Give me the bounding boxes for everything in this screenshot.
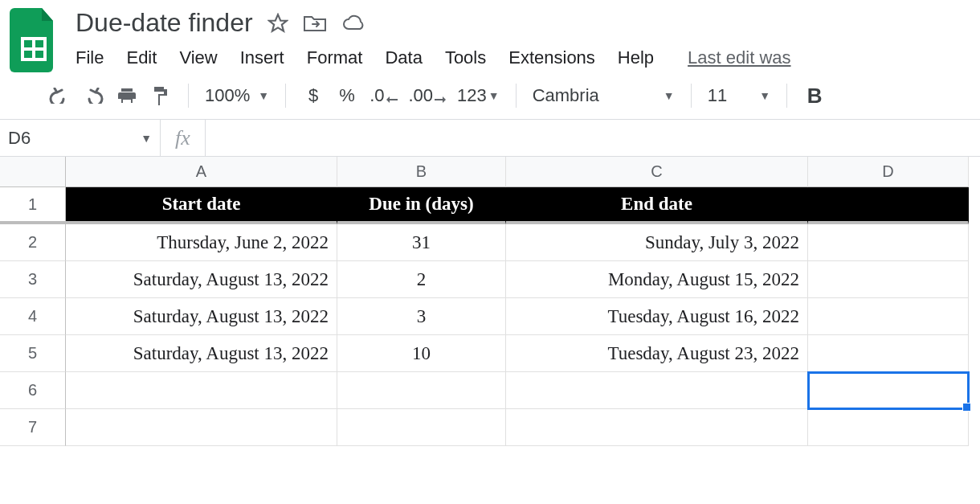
cell[interactable]: 2 — [337, 261, 506, 298]
currency-button[interactable]: $ — [302, 84, 325, 108]
font-size-value: 11 — [708, 85, 727, 106]
dropdown-caret-icon: ▼ — [664, 89, 675, 102]
app-header: Due-date finder File Edit View — [0, 0, 980, 72]
cell[interactable]: 3 — [337, 298, 506, 335]
cell-selected[interactable] — [808, 372, 969, 409]
toolbar-separator — [786, 84, 787, 108]
document-title[interactable]: Due-date finder — [76, 8, 253, 38]
table-row: Thursday, June 2, 2022 31 Sunday, July 3… — [66, 224, 980, 261]
cell[interactable] — [66, 409, 337, 446]
cell[interactable]: Tuesday, August 16, 2022 — [506, 298, 808, 335]
menu-format[interactable]: Format — [307, 47, 363, 68]
cell[interactable]: Due in (days) — [337, 187, 506, 224]
column-header[interactable]: A — [66, 157, 337, 187]
row-number[interactable]: 6 — [0, 372, 66, 409]
cell[interactable]: Saturday, August 13, 2022 — [66, 298, 337, 335]
menu-edit[interactable]: Edit — [126, 47, 157, 68]
decrease-decimal-button[interactable]: .0 — [370, 84, 397, 108]
dropdown-caret-icon: ▼ — [141, 132, 152, 145]
menu-extensions[interactable]: Extensions — [508, 47, 595, 68]
title-row: Due-date finder — [76, 8, 791, 38]
cell[interactable]: Start date — [66, 187, 337, 224]
zoom-select[interactable]: 100% ▼ — [205, 85, 269, 106]
menu-tools[interactable]: Tools — [445, 47, 486, 68]
spreadsheet-grid: 1 2 3 4 5 6 7 A B C D Start date Due in … — [0, 157, 980, 446]
dropdown-caret-icon: ▼ — [759, 89, 770, 102]
row-number-gutter: 1 2 3 4 5 6 7 — [0, 157, 66, 446]
toolbar: 100% ▼ $ % .0 .00 123 ▼ Cambria ▼ 11 ▼ B — [0, 72, 980, 120]
font-family-select[interactable]: Cambria ▼ — [533, 85, 675, 106]
number-format-label: 123 — [457, 85, 487, 106]
toolbar-separator — [285, 84, 286, 108]
header-content: Due-date finder File Edit View — [76, 8, 791, 68]
cell[interactable]: 31 — [337, 224, 506, 261]
table-row: Saturday, August 13, 2022 10 Tuesday, Au… — [66, 335, 980, 372]
toolbar-separator — [188, 84, 189, 108]
name-box-value: D6 — [8, 128, 31, 149]
column-headers: A B C D — [66, 157, 980, 187]
move-icon[interactable] — [303, 14, 327, 33]
cell[interactable] — [337, 372, 506, 409]
zoom-value: 100% — [205, 85, 250, 106]
dropdown-caret-icon: ▼ — [488, 89, 500, 102]
cell[interactable] — [808, 409, 969, 446]
formula-input[interactable] — [206, 120, 980, 156]
decrease-decimal-label: .0 — [370, 85, 384, 106]
row-number[interactable]: 2 — [0, 224, 66, 261]
paint-format-icon[interactable] — [149, 84, 172, 108]
table-row — [66, 409, 980, 446]
cloud-status-icon[interactable] — [341, 14, 365, 32]
star-icon[interactable] — [267, 13, 288, 34]
cell[interactable] — [808, 224, 969, 261]
row-number[interactable]: 5 — [0, 335, 66, 372]
redo-icon[interactable] — [82, 84, 104, 108]
row-number[interactable]: 1 — [0, 187, 66, 224]
increase-decimal-button[interactable]: .00 — [409, 84, 447, 108]
table-row: Saturday, August 13, 2022 3 Tuesday, Aug… — [66, 298, 980, 335]
last-edit-link[interactable]: Last edit was — [688, 47, 790, 68]
cell[interactable]: Monday, August 15, 2022 — [506, 261, 808, 298]
cell[interactable] — [66, 372, 337, 409]
cell[interactable]: Saturday, August 13, 2022 — [66, 261, 337, 298]
menu-file[interactable]: File — [76, 47, 104, 68]
menu-view[interactable]: View — [179, 47, 217, 68]
undo-icon[interactable] — [48, 84, 71, 108]
font-size-select[interactable]: 11 ▼ — [708, 85, 770, 106]
row-number[interactable]: 7 — [0, 409, 66, 446]
row-number[interactable]: 3 — [0, 261, 66, 298]
cell[interactable]: 10 — [337, 335, 506, 372]
cell[interactable] — [506, 409, 808, 446]
cell[interactable] — [808, 187, 969, 224]
row-number[interactable]: 4 — [0, 298, 66, 335]
column-header[interactable]: D — [808, 157, 969, 187]
formula-bar: D6 ▼ fx — [0, 120, 980, 157]
column-header[interactable]: B — [337, 157, 506, 187]
cell[interactable]: Saturday, August 13, 2022 — [66, 335, 337, 372]
cell[interactable]: Thursday, June 2, 2022 — [66, 224, 337, 261]
number-format-select[interactable]: 123 ▼ — [457, 84, 500, 108]
percent-button[interactable]: % — [336, 84, 358, 108]
cell[interactable] — [506, 372, 808, 409]
cell[interactable] — [337, 409, 506, 446]
menu-bar: File Edit View Insert Format Data Tools … — [76, 38, 791, 68]
dropdown-caret-icon: ▼ — [258, 89, 269, 102]
print-icon[interactable] — [116, 84, 138, 108]
column-header[interactable]: C — [506, 157, 808, 187]
menu-data[interactable]: Data — [385, 47, 422, 68]
cell[interactable] — [808, 335, 969, 372]
cell[interactable]: Sunday, July 3, 2022 — [506, 224, 808, 261]
increase-decimal-label: .00 — [409, 85, 434, 106]
name-box[interactable]: D6 ▼ — [0, 120, 161, 156]
table-row: Saturday, August 13, 2022 2 Monday, Augu… — [66, 261, 980, 298]
cell[interactable] — [808, 298, 969, 335]
cell[interactable] — [808, 261, 969, 298]
cell[interactable]: End date — [506, 187, 808, 224]
select-all-corner[interactable] — [0, 157, 66, 187]
table-row: Start date Due in (days) End date — [66, 187, 980, 224]
menu-help[interactable]: Help — [618, 47, 654, 68]
bold-button[interactable]: B — [803, 84, 826, 108]
menu-insert[interactable]: Insert — [240, 47, 284, 68]
cell[interactable]: Tuesday, August 23, 2022 — [506, 335, 808, 372]
table-row — [66, 372, 980, 409]
sheets-logo-icon[interactable] — [10, 8, 58, 72]
